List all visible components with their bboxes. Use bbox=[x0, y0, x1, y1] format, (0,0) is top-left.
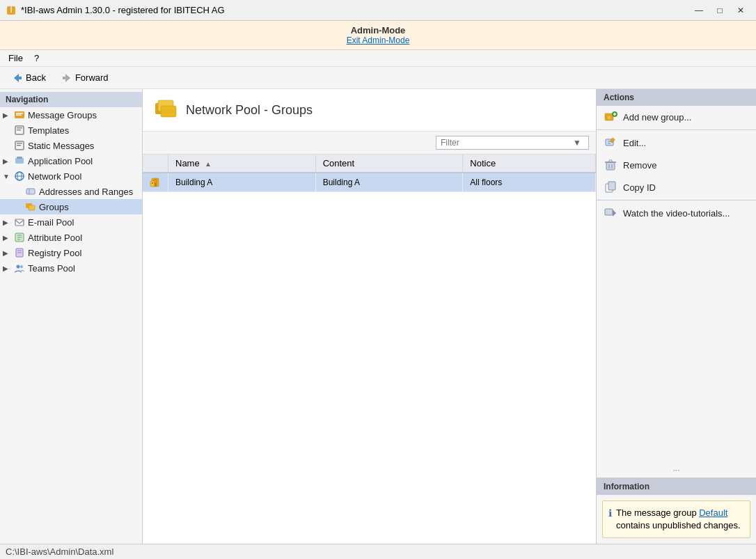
teams-pool-icon bbox=[14, 262, 25, 274]
svg-rect-6 bbox=[16, 115, 22, 116]
svg-marker-2 bbox=[14, 74, 22, 82]
edit-label: Edit... bbox=[623, 138, 646, 148]
close-button[interactable]: ✕ bbox=[731, 3, 750, 17]
sidebar-item-addresses-ranges[interactable]: Addresses and Ranges bbox=[0, 184, 142, 199]
add-group-icon bbox=[604, 110, 617, 124]
status-bar: C:\IBI-aws\Admin\Data.xml bbox=[0, 544, 756, 559]
sidebar-item-network-pool[interactable]: ▼ Network Pool bbox=[0, 168, 142, 184]
svg-rect-5 bbox=[16, 113, 23, 114]
forward-button[interactable]: Forward bbox=[55, 70, 115, 86]
static-messages-icon bbox=[14, 140, 25, 151]
expand-arrow-attribute-pool: ▶ bbox=[3, 234, 11, 242]
registry-pool-icon bbox=[14, 247, 25, 258]
sidebar-item-static-messages[interactable]: Static Messages bbox=[0, 138, 142, 153]
menu-help[interactable]: ? bbox=[29, 52, 45, 65]
sidebar-item-attribute-pool[interactable]: ▶ Attribute Pool bbox=[0, 230, 142, 245]
sidebar-label-teams-pool: Teams Pool bbox=[28, 263, 75, 274]
col-notice[interactable]: Notice bbox=[463, 155, 596, 173]
data-table-area: Name ▲ Content Notice bbox=[143, 155, 596, 544]
svg-rect-9 bbox=[17, 129, 21, 131]
forward-icon bbox=[61, 72, 72, 84]
menu-file[interactable]: File bbox=[3, 52, 29, 65]
row-icon-cell bbox=[143, 173, 168, 192]
back-button[interactable]: Back bbox=[6, 70, 52, 86]
default-link[interactable]: Default bbox=[699, 507, 727, 518]
groups-icon bbox=[25, 201, 36, 212]
information-header: Information bbox=[597, 478, 756, 495]
action-copy-id[interactable]: Copy ID bbox=[597, 176, 756, 198]
maximize-button[interactable]: □ bbox=[710, 3, 730, 17]
sidebar-item-registry-pool[interactable]: ▶ Registry Pool bbox=[0, 245, 142, 260]
message-groups-icon bbox=[14, 109, 25, 120]
filter-input[interactable] bbox=[441, 138, 573, 148]
svg-rect-55 bbox=[608, 182, 615, 190]
back-icon bbox=[12, 72, 23, 84]
network-pool-groups-icon bbox=[154, 97, 179, 123]
sidebar-label-network-pool: Network Pool bbox=[28, 171, 81, 182]
svg-rect-21 bbox=[29, 205, 35, 210]
svg-rect-39 bbox=[152, 182, 153, 184]
toolbar: Back Forward bbox=[0, 67, 756, 89]
sidebar-item-application-pool[interactable]: ▶ Application Pool bbox=[0, 153, 142, 168]
action-watch-tutorials[interactable]: Watch the video-tutorials... bbox=[597, 202, 756, 224]
minimize-button[interactable]: — bbox=[689, 3, 709, 17]
sidebar-item-templates[interactable]: Templates bbox=[0, 123, 142, 138]
info-icon: ℹ bbox=[608, 507, 612, 532]
col-content[interactable]: Content bbox=[315, 155, 463, 173]
sidebar-label-templates: Templates bbox=[28, 125, 69, 136]
svg-point-31 bbox=[20, 265, 23, 268]
menu-bar: File ? bbox=[0, 50, 756, 67]
table-header-row: Name ▲ Content Notice bbox=[143, 155, 596, 173]
svg-rect-51 bbox=[609, 160, 612, 162]
edit-icon bbox=[604, 136, 617, 150]
col-name[interactable]: Name ▲ bbox=[168, 155, 316, 173]
expand-arrow-app-pool: ▶ bbox=[3, 157, 11, 165]
copy-id-label: Copy ID bbox=[623, 182, 656, 193]
sidebar-label-email-pool: E-mail Pool bbox=[28, 217, 74, 228]
add-new-group-label: Add new group... bbox=[623, 112, 691, 123]
panel-fill bbox=[597, 224, 756, 462]
admin-banner: Admin-Mode Exit Admin-Mode bbox=[0, 21, 756, 50]
page-title: Network Pool - Groups bbox=[186, 103, 313, 118]
sidebar-label-groups: Groups bbox=[39, 202, 69, 212]
action-add-new-group[interactable]: Add new group... bbox=[597, 106, 756, 128]
window-title: *IBI-aws Admin 1.30.0 - registered for I… bbox=[21, 5, 225, 15]
svg-rect-56 bbox=[605, 209, 613, 215]
sidebar-item-email-pool[interactable]: ▶ E-mail Pool bbox=[0, 214, 142, 230]
filter-bar: ▼ bbox=[143, 132, 596, 155]
action-remove[interactable]: Remove bbox=[597, 154, 756, 176]
sidebar-label-message-groups: Message Groups bbox=[28, 110, 97, 120]
title-bar: i *IBI-aws Admin 1.30.0 - registered for… bbox=[0, 0, 756, 21]
groups-table: Name ▲ Content Notice bbox=[143, 155, 596, 192]
watch-tutorials-label: Watch the video-tutorials... bbox=[623, 208, 730, 219]
right-panel: Actions Add new group... bbox=[596, 89, 756, 544]
expand-arrow-email-pool: ▶ bbox=[3, 219, 11, 226]
admin-mode-title: Admin-Mode bbox=[0, 25, 756, 36]
svg-marker-57 bbox=[613, 210, 616, 216]
info-box: ℹ The message group Default contains unp… bbox=[602, 501, 750, 538]
sidebar-item-groups[interactable]: Groups bbox=[0, 199, 142, 214]
table-row[interactable]: Building A Building A All floors bbox=[143, 173, 596, 192]
network-pool-icon bbox=[14, 171, 25, 182]
sidebar-item-teams-pool[interactable]: ▶ Teams Pool bbox=[0, 260, 142, 276]
content-header: Network Pool - Groups bbox=[143, 89, 596, 132]
remove-label: Remove bbox=[623, 160, 656, 171]
status-path: C:\IBI-aws\Admin\Data.xml bbox=[6, 546, 113, 557]
svg-rect-22 bbox=[15, 219, 24, 226]
sidebar-item-message-groups[interactable]: ▶ Message Groups bbox=[0, 107, 142, 123]
filter-input-wrap[interactable]: ▼ bbox=[436, 136, 589, 150]
svg-rect-11 bbox=[17, 143, 22, 144]
action-edit[interactable]: Edit... bbox=[597, 132, 756, 154]
svg-rect-8 bbox=[17, 127, 22, 129]
row-content: Building A bbox=[315, 173, 463, 192]
actions-separator-1 bbox=[597, 129, 756, 130]
main-area: Navigation ▶ Message Groups Templates St… bbox=[0, 89, 756, 544]
expand-arrow-teams-pool: ▶ bbox=[3, 265, 11, 272]
remove-icon bbox=[604, 158, 617, 172]
addresses-ranges-icon bbox=[25, 186, 36, 197]
content-area: Network Pool - Groups ▼ Name ▲ bbox=[143, 89, 596, 544]
svg-point-30 bbox=[17, 265, 20, 269]
filter-funnel-icon: ▼ bbox=[573, 138, 581, 148]
attribute-pool-icon bbox=[14, 232, 25, 243]
exit-admin-mode-link[interactable]: Exit Admin-Mode bbox=[0, 36, 756, 45]
